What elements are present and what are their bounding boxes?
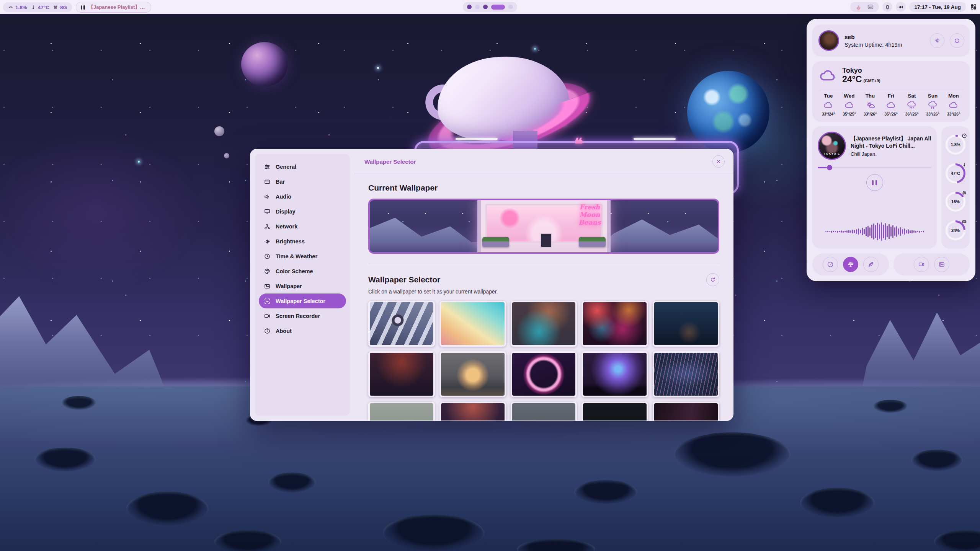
workspace-dot-active[interactable] — [491, 5, 505, 10]
section-divider — [368, 264, 719, 264]
music-progress-slider[interactable] — [818, 165, 931, 170]
wallpaper-thumb-purple-light-ring[interactable] — [511, 351, 577, 397]
workspace-dot-free[interactable] — [475, 5, 480, 9]
scales-icon — [847, 261, 854, 268]
sidebar-item-about[interactable]: About — [259, 323, 346, 338]
wallpaper-thumb-sage-grey-field[interactable] — [368, 402, 435, 421]
avatar — [818, 30, 839, 51]
close-button[interactable] — [712, 155, 725, 168]
sidebar-item-time-weather[interactable]: Time & Weather — [259, 249, 346, 264]
wallpaper-thumb-neon-arcade[interactable] — [581, 301, 648, 347]
sidebar-item-general[interactable]: General — [259, 159, 346, 174]
power-saver-profile-button[interactable] — [863, 257, 879, 272]
preview-planter — [579, 237, 606, 247]
wallpaper-thumb-dark-navy-abstract[interactable] — [581, 402, 648, 421]
wallpaper-thumb-autumn-purple-forest[interactable] — [439, 402, 506, 421]
refresh-button[interactable] — [706, 273, 719, 286]
selector-description: Click on a wallpaper to set it as your c… — [368, 289, 719, 295]
system-uptime: System Uptime: 4h19m — [844, 42, 924, 48]
crater — [674, 432, 791, 476]
sidebar-item-color-scheme[interactable]: Color Scheme — [259, 264, 346, 279]
window-header: Wallpaper Selector — [354, 149, 733, 174]
weather-forecast: Tue 33°/24° Wed 35°/25° Thu 33°/26° Fri … — [819, 93, 963, 116]
cpu-stat: 1.8% — [8, 5, 27, 10]
workspace-indicator[interactable] — [463, 2, 517, 12]
sidebar-item-display[interactable]: Display — [259, 204, 346, 219]
media-title: 【Japanese Playlist】 J... — [88, 4, 146, 11]
selector-heading: Wallpaper Selector — [368, 275, 440, 284]
forecast-day: Fri 35°/26° — [882, 93, 900, 116]
sidebar-item-label: General — [276, 164, 296, 170]
wallpaper-thumb-pastel-sunrise-gradient[interactable] — [439, 301, 506, 347]
sidebar-item-label: Screen Recorder — [276, 313, 320, 319]
preview-coffee-shop: Fresh Moon Beans — [477, 200, 611, 252]
settings-button[interactable] — [930, 33, 944, 48]
workspace-dot-occupied[interactable] — [483, 5, 488, 9]
thermometer-icon — [31, 5, 36, 10]
balanced-profile-button[interactable] — [843, 257, 858, 272]
sidebar-item-network[interactable]: Network — [259, 219, 346, 234]
cloud-icon — [844, 101, 854, 109]
wallpaper-button[interactable] — [934, 257, 949, 272]
workspace-dot-occupied[interactable] — [467, 5, 472, 9]
wallpaper-thumb-snowy-night-village[interactable] — [653, 301, 719, 347]
wallpaper-thumb-anime-street-crosswalk[interactable] — [368, 301, 435, 347]
crater — [268, 473, 316, 492]
disk-gauge: 24% — [946, 220, 965, 240]
crater — [800, 488, 875, 518]
wallpaper-thumb-slate-grey-minimal[interactable] — [511, 402, 577, 421]
video-camera-icon — [264, 313, 271, 320]
system-stats-pill: 1.8% 47°C 8G — [3, 2, 72, 12]
screen-record-button[interactable] — [914, 257, 929, 272]
volume-button[interactable] — [896, 2, 906, 12]
window-title: Wallpaper Selector — [364, 158, 416, 165]
refresh-icon — [710, 277, 716, 283]
temperature-gauge: 47°C — [946, 163, 965, 183]
sidebar-item-screen-recorder[interactable]: Screen Recorder — [259, 308, 346, 323]
window-bar-icon — [264, 178, 271, 185]
audio-waveform — [818, 220, 931, 243]
clock-button[interactable]: 17:17 - Tue, 19 Aug — [909, 2, 966, 12]
wallpaper-thumb-maroon-gradient-dark[interactable] — [653, 402, 719, 421]
wallpaper-thumb-teal-orange-blur[interactable] — [511, 301, 577, 347]
wallpaper-thumb-violet-nebula-forest[interactable] — [581, 351, 648, 397]
cpu-gauge: 1.8% — [946, 135, 965, 155]
forecast-day: Tue 33°/24° — [819, 93, 838, 116]
bright-star — [377, 67, 379, 69]
sidebar-item-wallpaper[interactable]: Wallpaper — [259, 279, 346, 293]
top-bar: 1.8% 47°C 8G 【Japanese Playlist】 J... — [0, 0, 980, 14]
saturn-coffee-cup — [414, 47, 596, 155]
pause-icon — [872, 180, 874, 185]
wallpaper-thumb-lofi-coffee-storefront[interactable] — [439, 351, 506, 397]
sidebar-item-brightness[interactable]: Brightness — [259, 234, 346, 249]
wallpaper-thumb-digital-mesh-waves[interactable] — [653, 351, 719, 397]
media-player-pill[interactable]: 【Japanese Playlist】 J... — [76, 2, 151, 13]
wallpaper-thumb-crimson-forest-silhouette[interactable] — [368, 351, 435, 397]
network-icon — [264, 223, 271, 230]
notifications-button[interactable] — [882, 2, 892, 12]
cloud-icon — [819, 68, 837, 83]
rain-icon — [907, 101, 917, 109]
sidebar-item-bar[interactable]: Bar — [259, 174, 346, 189]
hand-icon[interactable] — [855, 4, 862, 10]
small-moon — [214, 126, 224, 136]
memory-stat: 8G — [53, 5, 67, 10]
memory-gauge: 16% — [946, 192, 965, 212]
slider-knob[interactable] — [827, 165, 832, 170]
gear-icon — [934, 37, 941, 44]
sidebar-item-label: About — [276, 328, 292, 334]
cloud-icon — [949, 101, 959, 109]
play-pause-button[interactable] — [866, 174, 883, 191]
sidebar-item-label: Audio — [276, 194, 291, 200]
power-button[interactable] — [950, 33, 964, 48]
current-wallpaper-preview: Fresh Moon Beans — [368, 199, 719, 254]
workspace-dot-free[interactable] — [508, 5, 513, 9]
image-icon — [938, 261, 945, 268]
image-icon[interactable] — [867, 3, 874, 10]
sidebar-item-audio[interactable]: Audio — [259, 189, 346, 204]
sidebar-item-wallpaper-selector[interactable]: Wallpaper Selector — [259, 293, 346, 308]
apps-grid-icon[interactable] — [970, 3, 977, 10]
weather-divider — [819, 89, 963, 89]
performance-profile-button[interactable] — [823, 257, 838, 272]
brightness-icon — [264, 238, 271, 245]
